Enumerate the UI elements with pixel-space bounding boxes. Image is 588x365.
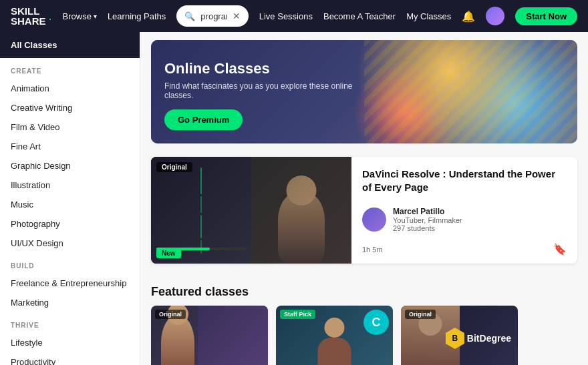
logo[interactable]: SKILLSHARE . — [11, 6, 52, 26]
class-info: DaVinci Resolve : Understand the Power o… — [351, 157, 577, 264]
instructor-name: Marcel Patillo — [393, 207, 462, 216]
sidebar-item-photography[interactable]: Photography — [0, 214, 140, 234]
start-now-button[interactable]: Start Now — [515, 7, 577, 25]
card-person-2 — [316, 318, 353, 365]
bd-shield-icon: B — [446, 328, 464, 349]
sidebar-item-animation[interactable]: Animation — [0, 79, 140, 98]
search-input[interactable] — [200, 11, 227, 21]
go-premium-button[interactable]: Go Premium — [164, 109, 243, 130]
sidebar-item-music[interactable]: Music — [0, 195, 140, 214]
person-image — [278, 190, 325, 264]
main-layout: All Classes CREATE Animation Creative Wr… — [0, 32, 588, 365]
sidebar-item-graphic-design[interactable]: Graphic Design — [0, 156, 140, 175]
banner-text: Online Classes Find what fascinates you … — [164, 60, 365, 130]
featured-card-2[interactable]: C Staff Pick — [276, 306, 393, 365]
sidebar-section-create: CREATE — [0, 58, 140, 79]
browse-button[interactable]: Browse ▾ — [63, 11, 97, 21]
logo-dot: . — [49, 9, 52, 23]
sidebar-item-creative-writing[interactable]: Creative Writing — [0, 98, 140, 117]
sidebar-item-illustration[interactable]: Illustration — [0, 175, 140, 195]
featured-class-section: Original New DaVinci Resolve : Understan… — [140, 151, 588, 282]
instructor-details: Marcel Patillo YouTuber, Filmmaker 297 s… — [393, 207, 462, 232]
bell-icon[interactable]: 🔔 — [462, 10, 475, 23]
timeline-bar — [200, 240, 202, 254]
badge-new: New — [156, 248, 181, 258]
instructor-row: Marcel Patillo YouTuber, Filmmaker 297 s… — [362, 207, 567, 232]
sidebar-section-thrive: THRIVE — [0, 312, 140, 333]
sidebar-item-uiux[interactable]: UI/UX Design — [0, 234, 140, 253]
class-card[interactable]: Original New DaVinci Resolve : Understan… — [151, 157, 577, 264]
sidebar-item-fine-art[interactable]: Fine Art — [0, 137, 140, 156]
badge-original: Original — [156, 162, 192, 172]
header-links: Live Sessions Become A Teacher My Classe… — [259, 7, 577, 25]
logo-text: SKILLSHARE — [11, 6, 46, 26]
bitdegree-logo: B BitDegree — [446, 328, 511, 349]
banner-title: Online Classes — [164, 60, 365, 77]
card-badge-original-2: Original — [405, 310, 436, 319]
banner: Online Classes Find what fascinates you … — [151, 40, 577, 143]
featured-card-3[interactable]: B BitDegree Original — [401, 306, 518, 365]
live-sessions-link[interactable]: Live Sessions — [259, 11, 313, 21]
header: SKILLSHARE . Browse ▾ Learning Paths 🔍 ✕… — [0, 0, 588, 32]
timeline-bar — [200, 167, 202, 194]
close-icon[interactable]: ✕ — [233, 11, 241, 21]
content-area: Online Classes Find what fascinates you … — [140, 32, 588, 365]
search-bar: 🔍 ✕ — [176, 5, 248, 27]
card-badge-staff: Staff Pick — [280, 310, 315, 319]
instructor-avatar — [362, 208, 386, 232]
avatar-image — [486, 7, 504, 25]
thumb-right — [251, 157, 351, 264]
sidebar-item-freelance[interactable]: Freelance & Entrepreneurship — [0, 274, 140, 293]
timeline-visual — [200, 167, 202, 254]
my-classes-link[interactable]: My Classes — [406, 11, 451, 21]
become-teacher-link[interactable]: Become A Teacher — [323, 11, 396, 21]
person-head-2 — [325, 318, 345, 338]
banner-decoration — [364, 40, 577, 143]
sidebar-item-lifestyle[interactable]: Lifestyle — [0, 333, 140, 352]
learning-paths-link[interactable]: Learning Paths — [108, 11, 166, 21]
sidebar-item-film-video[interactable]: Film & Video — [0, 117, 140, 137]
bd-b-letter: B — [452, 334, 458, 343]
thumb-left — [151, 157, 251, 264]
timeline-bar — [200, 215, 202, 238]
sidebar-item-productivity[interactable]: Productivity — [0, 352, 140, 365]
sidebar-all-classes[interactable]: All Classes — [0, 32, 140, 58]
featured-section-label: Featured classes — [140, 282, 588, 306]
browse-label: Browse — [63, 11, 92, 21]
person-body-2 — [318, 338, 351, 365]
search-icon: 🔍 — [184, 11, 195, 21]
sidebar-section-build: BUILD — [0, 253, 140, 274]
card-person — [161, 314, 194, 365]
student-count: 297 students — [393, 224, 462, 232]
featured-card-1[interactable]: Original — [151, 306, 268, 365]
person-head — [287, 175, 317, 206]
class-thumbnail: Original New — [151, 157, 351, 264]
class-meta: 1h 5m 🔖 — [362, 243, 567, 256]
sidebar-item-marketing[interactable]: Marketing — [0, 293, 140, 312]
timeline-bar — [200, 196, 202, 213]
sidebar: All Classes CREATE Animation Creative Wr… — [0, 32, 140, 365]
card-overlay — [198, 306, 268, 365]
instructor-role: YouTuber, Filmmaker — [393, 216, 462, 224]
class-duration: 1h 5m — [362, 246, 383, 254]
bookmark-icon[interactable]: 🔖 — [553, 243, 567, 256]
card-badge-original: Original — [155, 310, 186, 319]
avatar[interactable] — [486, 7, 504, 25]
featured-classes-section: Featured classes Original — [140, 282, 588, 365]
bitdegree-text: BitDegree — [467, 333, 511, 344]
chevron-down-icon: ▾ — [94, 13, 97, 20]
banner-subtitle: Find what fascinates you as you explore … — [164, 81, 365, 100]
class-title: DaVinci Resolve : Understand the Power o… — [362, 167, 567, 194]
featured-cards-list: Original C Staff Pick — [140, 306, 588, 365]
canva-logo: C — [363, 310, 389, 335]
